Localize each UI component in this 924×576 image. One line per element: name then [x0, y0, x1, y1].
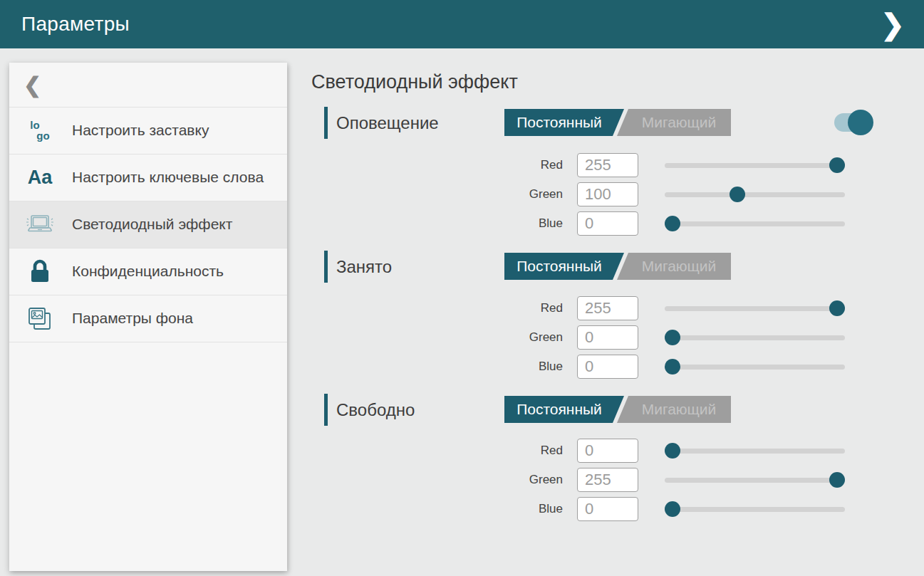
- channel-slider[interactable]: [665, 468, 845, 492]
- mode-segmented-control: Постоянный Мигающий: [504, 253, 731, 280]
- toggle-knob: [848, 110, 873, 135]
- slider-thumb[interactable]: [665, 330, 680, 345]
- sidebar-item-label: Конфиденциальность: [72, 262, 224, 281]
- chevron-left-icon: ❮: [24, 73, 41, 98]
- mode-option-constant[interactable]: Постоянный: [504, 253, 624, 280]
- channel-label: Green: [445, 468, 563, 492]
- channel-slider[interactable]: [665, 325, 845, 350]
- notification-toggle[interactable]: [834, 113, 871, 132]
- slider-track: [665, 507, 845, 512]
- mode-option-blinking[interactable]: Мигающий: [617, 396, 731, 423]
- section-title: Свободно: [336, 394, 415, 426]
- channel-value-input[interactable]: [577, 355, 638, 379]
- channel-label: Green: [445, 325, 563, 350]
- mode-segmented-control: Постоянный Мигающий: [504, 396, 731, 423]
- sidebar-item-background[interactable]: Параметры фона: [9, 295, 287, 342]
- channel-row: Blue: [324, 211, 855, 236]
- sidebar-item-label: Параметры фона: [72, 309, 193, 328]
- images-icon: [24, 305, 56, 332]
- settings-screen: Параметры ❯ ❮ logo Настроить заставку Aa…: [0, 0, 924, 576]
- display-icon: [24, 211, 56, 239]
- channel-label: Green: [445, 182, 563, 206]
- mode-segmented-control: Постоянный Мигающий: [504, 109, 731, 136]
- section-accent-bar: [324, 107, 328, 139]
- slider-thumb[interactable]: [665, 359, 680, 375]
- mode-option-constant[interactable]: Постоянный: [504, 109, 624, 136]
- slider-thumb[interactable]: [665, 501, 680, 517]
- channel-value-input[interactable]: [577, 325, 638, 350]
- slider-thumb[interactable]: [829, 472, 845, 488]
- slider-thumb[interactable]: [730, 187, 745, 202]
- channel-row: Green: [324, 468, 855, 492]
- channel-slider[interactable]: [665, 355, 845, 379]
- lock-icon: [24, 258, 56, 286]
- back-button[interactable]: ❮: [9, 63, 287, 108]
- channel-row: Green: [324, 325, 855, 350]
- channel-row: Red: [324, 296, 855, 320]
- forward-button[interactable]: ❯: [871, 0, 914, 48]
- section-free-header: Свободно Постоянный Мигающий: [324, 394, 887, 426]
- channel-row: Green: [324, 182, 855, 206]
- channel-label: Blue: [445, 497, 563, 521]
- channel-slider[interactable]: [665, 497, 845, 521]
- sidebar-item-label: Настроить заставку: [72, 121, 209, 140]
- aa-icon: Aa: [24, 167, 56, 189]
- app-header: Параметры ❯: [0, 0, 924, 48]
- slider-thumb[interactable]: [829, 157, 845, 173]
- channel-slider[interactable]: [665, 153, 845, 177]
- channel-value-input[interactable]: [577, 211, 638, 236]
- chevron-right-icon: ❯: [881, 8, 905, 41]
- mode-option-blinking[interactable]: Мигающий: [617, 253, 731, 280]
- mode-option-blinking[interactable]: Мигающий: [617, 109, 731, 136]
- section-accent-bar: [324, 394, 328, 426]
- slider-track: [665, 306, 845, 311]
- slider-track: [665, 335, 845, 340]
- section-accent-bar: [324, 251, 328, 283]
- channel-slider[interactable]: [665, 296, 845, 320]
- channel-label: Red: [445, 153, 563, 177]
- section-notification-header: Оповещение Постоянный Мигающий: [324, 107, 887, 140]
- slider-track: [665, 449, 845, 454]
- section-title: Оповещение: [336, 107, 439, 139]
- sidebar-item-label: Светодиодный эффект: [72, 215, 232, 234]
- channel-value-input[interactable]: [577, 153, 638, 177]
- channel-row: Red: [324, 439, 855, 463]
- slider-thumb[interactable]: [665, 216, 680, 231]
- sidebar-item-led-effect[interactable]: Светодиодный эффект: [9, 201, 287, 248]
- channel-slider[interactable]: [665, 182, 845, 206]
- channel-slider[interactable]: [665, 211, 845, 236]
- slider-track: [665, 365, 845, 370]
- channel-value-input[interactable]: [577, 497, 638, 521]
- channel-label: Blue: [445, 211, 563, 236]
- slider-track: [665, 163, 845, 168]
- channel-value-input[interactable]: [577, 296, 638, 320]
- channel-row: Red: [324, 153, 855, 177]
- channel-label: Red: [445, 439, 563, 463]
- logo-icon: logo: [24, 120, 56, 141]
- sidebar: ❮ logo Настроить заставку Aa Настроить к…: [9, 63, 287, 571]
- channel-label: Red: [445, 296, 563, 320]
- slider-thumb[interactable]: [665, 443, 680, 459]
- mode-option-constant[interactable]: Постоянный: [504, 396, 624, 423]
- slider-track: [665, 221, 845, 226]
- section-title: Занято: [336, 251, 392, 283]
- channel-row: Blue: [324, 497, 855, 521]
- channel-row: Blue: [324, 355, 855, 379]
- channel-label: Blue: [445, 355, 563, 379]
- sidebar-item-keywords[interactable]: Aa Настроить ключевые слова: [9, 155, 287, 201]
- content-title: Светодиодный эффект: [311, 71, 518, 93]
- channel-value-input[interactable]: [577, 182, 638, 206]
- section-busy-header: Занято Постоянный Мигающий: [324, 251, 887, 283]
- page-title: Параметры: [21, 13, 130, 36]
- channel-slider[interactable]: [665, 439, 845, 463]
- sidebar-item-screensaver[interactable]: logo Настроить заставку: [9, 108, 287, 155]
- slider-thumb[interactable]: [829, 300, 845, 316]
- sidebar-item-privacy[interactable]: Конфиденциальность: [9, 248, 287, 295]
- channel-value-input[interactable]: [577, 468, 638, 492]
- slider-track: [665, 478, 845, 483]
- sidebar-item-label: Настроить ключевые слова: [72, 168, 264, 187]
- channel-value-input[interactable]: [577, 439, 638, 463]
- slider-track: [665, 192, 845, 197]
